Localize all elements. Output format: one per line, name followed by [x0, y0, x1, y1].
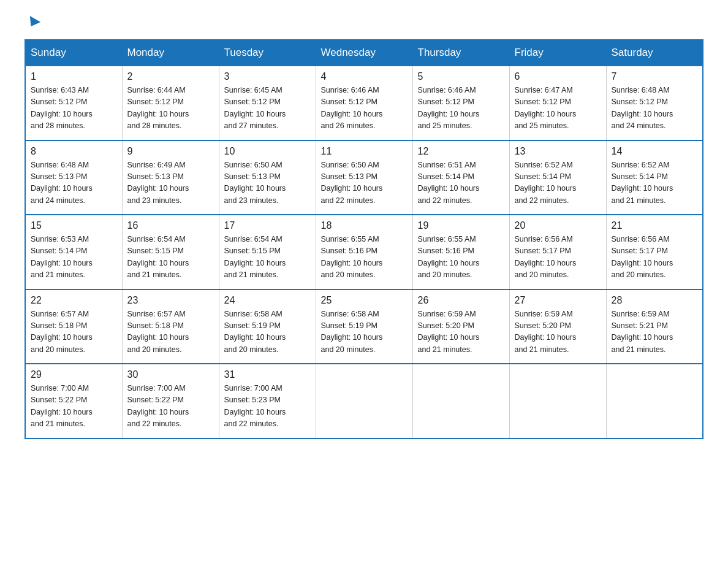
col-header-thursday: Thursday: [412, 40, 509, 66]
day-info: Sunrise: 6:56 AMSunset: 5:17 PMDaylight:…: [515, 235, 577, 279]
calendar-cell: 5 Sunrise: 6:46 AMSunset: 5:12 PMDayligh…: [412, 66, 509, 140]
day-number: 25: [321, 295, 408, 306]
calendar-cell: 24 Sunrise: 6:58 AMSunset: 5:19 PMDaylig…: [219, 289, 316, 364]
day-number: 30: [127, 369, 214, 380]
col-header-monday: Monday: [122, 40, 219, 66]
calendar-cell: 13 Sunrise: 6:52 AMSunset: 5:14 PMDaylig…: [509, 140, 606, 215]
calendar-cell: 28 Sunrise: 6:59 AMSunset: 5:21 PMDaylig…: [606, 289, 703, 364]
day-number: 1: [31, 71, 117, 82]
day-number: 24: [224, 295, 311, 306]
calendar-cell: [412, 364, 509, 439]
day-info: Sunrise: 6:54 AMSunset: 5:15 PMDaylight:…: [127, 235, 189, 279]
calendar-cell: 6 Sunrise: 6:47 AMSunset: 5:12 PMDayligh…: [509, 66, 606, 140]
calendar-week-2: 8 Sunrise: 6:48 AMSunset: 5:13 PMDayligh…: [25, 140, 703, 215]
day-number: 8: [31, 146, 117, 157]
calendar-cell: 7 Sunrise: 6:48 AMSunset: 5:12 PMDayligh…: [606, 66, 703, 140]
calendar-cell: 15 Sunrise: 6:53 AMSunset: 5:14 PMDaylig…: [25, 215, 122, 289]
calendar-cell: 17 Sunrise: 6:54 AMSunset: 5:15 PMDaylig…: [219, 215, 316, 289]
day-number: 3: [224, 71, 311, 82]
calendar-cell: 14 Sunrise: 6:52 AMSunset: 5:14 PMDaylig…: [606, 140, 703, 215]
day-info: Sunrise: 6:47 AMSunset: 5:12 PMDaylight:…: [515, 86, 577, 130]
day-number: 29: [31, 369, 117, 380]
calendar-cell: 4 Sunrise: 6:46 AMSunset: 5:12 PMDayligh…: [316, 66, 412, 140]
calendar-week-1: 1 Sunrise: 6:43 AMSunset: 5:12 PMDayligh…: [25, 66, 703, 140]
day-number: 16: [127, 220, 214, 231]
day-info: Sunrise: 6:44 AMSunset: 5:12 PMDaylight:…: [127, 86, 189, 130]
col-header-tuesday: Tuesday: [219, 40, 316, 66]
day-info: Sunrise: 6:46 AMSunset: 5:12 PMDaylight:…: [321, 86, 383, 130]
day-number: 5: [418, 71, 504, 82]
day-info: Sunrise: 6:48 AMSunset: 5:12 PMDaylight:…: [612, 86, 673, 130]
calendar-cell: 29 Sunrise: 7:00 AMSunset: 5:22 PMDaylig…: [25, 364, 122, 439]
day-number: 23: [127, 295, 214, 306]
calendar-cell: 27 Sunrise: 6:59 AMSunset: 5:20 PMDaylig…: [509, 289, 606, 364]
day-number: 13: [515, 146, 601, 157]
day-info: Sunrise: 6:50 AMSunset: 5:13 PMDaylight:…: [321, 161, 383, 205]
calendar-cell: 9 Sunrise: 6:49 AMSunset: 5:13 PMDayligh…: [122, 140, 219, 215]
calendar-week-5: 29 Sunrise: 7:00 AMSunset: 5:22 PMDaylig…: [25, 364, 703, 439]
calendar-cell: 2 Sunrise: 6:44 AMSunset: 5:12 PMDayligh…: [122, 66, 219, 140]
col-header-sunday: Sunday: [25, 40, 122, 66]
day-number: 10: [224, 146, 311, 157]
day-info: Sunrise: 6:58 AMSunset: 5:19 PMDaylight:…: [224, 310, 286, 354]
logo-triangle-icon: [26, 16, 40, 29]
day-info: Sunrise: 6:54 AMSunset: 5:15 PMDaylight:…: [224, 235, 286, 279]
day-info: Sunrise: 6:59 AMSunset: 5:21 PMDaylight:…: [612, 310, 673, 354]
calendar-week-3: 15 Sunrise: 6:53 AMSunset: 5:14 PMDaylig…: [25, 215, 703, 289]
calendar-cell: 10 Sunrise: 6:50 AMSunset: 5:13 PMDaylig…: [219, 140, 316, 215]
day-info: Sunrise: 6:46 AMSunset: 5:12 PMDaylight:…: [418, 86, 480, 130]
calendar-cell: 25 Sunrise: 6:58 AMSunset: 5:19 PMDaylig…: [316, 289, 412, 364]
day-info: Sunrise: 6:50 AMSunset: 5:13 PMDaylight:…: [224, 161, 286, 205]
day-info: Sunrise: 6:56 AMSunset: 5:17 PMDaylight:…: [612, 235, 673, 279]
calendar-cell: 22 Sunrise: 6:57 AMSunset: 5:18 PMDaylig…: [25, 289, 122, 364]
day-info: Sunrise: 6:57 AMSunset: 5:18 PMDaylight:…: [127, 310, 189, 354]
calendar-header-row: SundayMondayTuesdayWednesdayThursdayFrid…: [25, 40, 703, 66]
day-info: Sunrise: 6:59 AMSunset: 5:20 PMDaylight:…: [418, 310, 480, 354]
col-header-friday: Friday: [509, 40, 606, 66]
day-number: 11: [321, 146, 408, 157]
col-header-saturday: Saturday: [606, 40, 703, 66]
day-info: Sunrise: 6:51 AMSunset: 5:14 PMDaylight:…: [418, 161, 480, 205]
day-number: 9: [127, 146, 214, 157]
day-info: Sunrise: 6:52 AMSunset: 5:14 PMDaylight:…: [515, 161, 577, 205]
calendar-cell: 30 Sunrise: 7:00 AMSunset: 5:22 PMDaylig…: [122, 364, 219, 439]
day-number: 20: [515, 220, 601, 231]
day-number: 4: [321, 71, 408, 82]
day-number: 22: [31, 295, 117, 306]
day-number: 17: [224, 220, 311, 231]
day-info: Sunrise: 6:49 AMSunset: 5:13 PMDaylight:…: [127, 161, 189, 205]
logo: [25, 18, 39, 27]
page-header: [25, 18, 703, 27]
col-header-wednesday: Wednesday: [316, 40, 412, 66]
day-info: Sunrise: 6:55 AMSunset: 5:16 PMDaylight:…: [418, 235, 480, 279]
calendar-cell: 8 Sunrise: 6:48 AMSunset: 5:13 PMDayligh…: [25, 140, 122, 215]
calendar-cell: 3 Sunrise: 6:45 AMSunset: 5:12 PMDayligh…: [219, 66, 316, 140]
day-info: Sunrise: 6:57 AMSunset: 5:18 PMDaylight:…: [31, 310, 93, 354]
day-number: 18: [321, 220, 408, 231]
calendar-cell: 16 Sunrise: 6:54 AMSunset: 5:15 PMDaylig…: [122, 215, 219, 289]
day-number: 15: [31, 220, 117, 231]
calendar-cell: 1 Sunrise: 6:43 AMSunset: 5:12 PMDayligh…: [25, 66, 122, 140]
calendar-cell: [316, 364, 412, 439]
day-number: 2: [127, 71, 214, 82]
calendar-cell: 26 Sunrise: 6:59 AMSunset: 5:20 PMDaylig…: [412, 289, 509, 364]
day-info: Sunrise: 6:43 AMSunset: 5:12 PMDaylight:…: [31, 86, 93, 130]
calendar-week-4: 22 Sunrise: 6:57 AMSunset: 5:18 PMDaylig…: [25, 289, 703, 364]
day-number: 6: [515, 71, 601, 82]
day-info: Sunrise: 7:00 AMSunset: 5:22 PMDaylight:…: [31, 384, 93, 428]
day-info: Sunrise: 7:00 AMSunset: 5:22 PMDaylight:…: [127, 384, 189, 428]
calendar-cell: 23 Sunrise: 6:57 AMSunset: 5:18 PMDaylig…: [122, 289, 219, 364]
day-number: 14: [612, 146, 698, 157]
day-info: Sunrise: 6:48 AMSunset: 5:13 PMDaylight:…: [31, 161, 93, 205]
calendar-cell: 11 Sunrise: 6:50 AMSunset: 5:13 PMDaylig…: [316, 140, 412, 215]
calendar-cell: 20 Sunrise: 6:56 AMSunset: 5:17 PMDaylig…: [509, 215, 606, 289]
calendar-cell: 18 Sunrise: 6:55 AMSunset: 5:16 PMDaylig…: [316, 215, 412, 289]
day-number: 26: [418, 295, 504, 306]
calendar-cell: [606, 364, 703, 439]
calendar-cell: 21 Sunrise: 6:56 AMSunset: 5:17 PMDaylig…: [606, 215, 703, 289]
calendar-cell: 19 Sunrise: 6:55 AMSunset: 5:16 PMDaylig…: [412, 215, 509, 289]
day-info: Sunrise: 6:55 AMSunset: 5:16 PMDaylight:…: [321, 235, 383, 279]
day-number: 12: [418, 146, 504, 157]
calendar-cell: 31 Sunrise: 7:00 AMSunset: 5:23 PMDaylig…: [219, 364, 316, 439]
day-number: 27: [515, 295, 601, 306]
